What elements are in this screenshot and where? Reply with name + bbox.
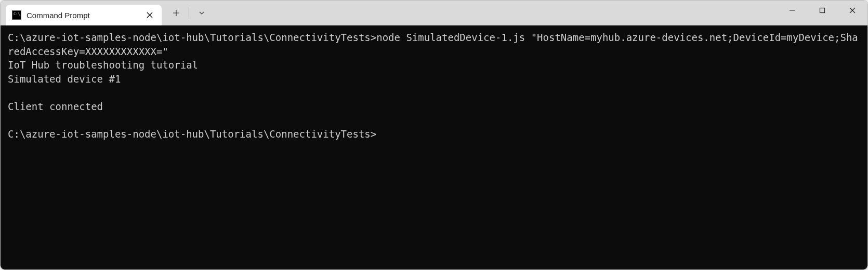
titlebar-actions xyxy=(162,1,212,25)
window: Command Prompt xyxy=(0,0,868,270)
terminal-line: Simulated device #1 xyxy=(8,72,860,86)
window-close-button[interactable] xyxy=(837,1,867,20)
window-controls xyxy=(777,1,867,25)
close-icon xyxy=(147,12,153,18)
maximize-icon xyxy=(819,7,825,14)
minimize-button[interactable] xyxy=(777,1,807,20)
terminal-icon xyxy=(12,10,21,20)
tab-dropdown-button[interactable] xyxy=(191,3,212,23)
terminal-line: IoT Hub troubleshooting tutorial xyxy=(8,58,860,72)
maximize-button[interactable] xyxy=(807,1,837,20)
blank-line xyxy=(8,114,860,128)
close-icon xyxy=(849,7,856,14)
minimize-icon xyxy=(789,7,795,14)
terminal-line: C:\azure-iot-samples-node\iot-hub\Tutori… xyxy=(8,127,860,141)
divider xyxy=(189,7,189,19)
tab-close-button[interactable] xyxy=(144,9,155,21)
prompt-text: C:\azure-iot-samples-node\iot-hub\Tutori… xyxy=(8,128,376,140)
titlebar: Command Prompt xyxy=(1,1,867,25)
new-tab-button[interactable] xyxy=(166,3,187,23)
tab-title: Command Prompt xyxy=(27,11,139,20)
plus-icon xyxy=(173,9,180,17)
chevron-down-icon xyxy=(198,9,205,17)
tab-command-prompt[interactable]: Command Prompt xyxy=(6,5,162,25)
blank-line xyxy=(8,86,860,100)
svg-rect-5 xyxy=(820,8,825,13)
terminal-line: Client connected xyxy=(8,100,860,114)
tab-strip: Command Prompt xyxy=(1,1,777,25)
terminal-output[interactable]: C:\azure-iot-samples-node\iot-hub\Tutori… xyxy=(1,25,867,269)
prompt-text: C:\azure-iot-samples-node\iot-hub\Tutori… xyxy=(8,32,376,43)
terminal-line: C:\azure-iot-samples-node\iot-hub\Tutori… xyxy=(8,31,860,58)
